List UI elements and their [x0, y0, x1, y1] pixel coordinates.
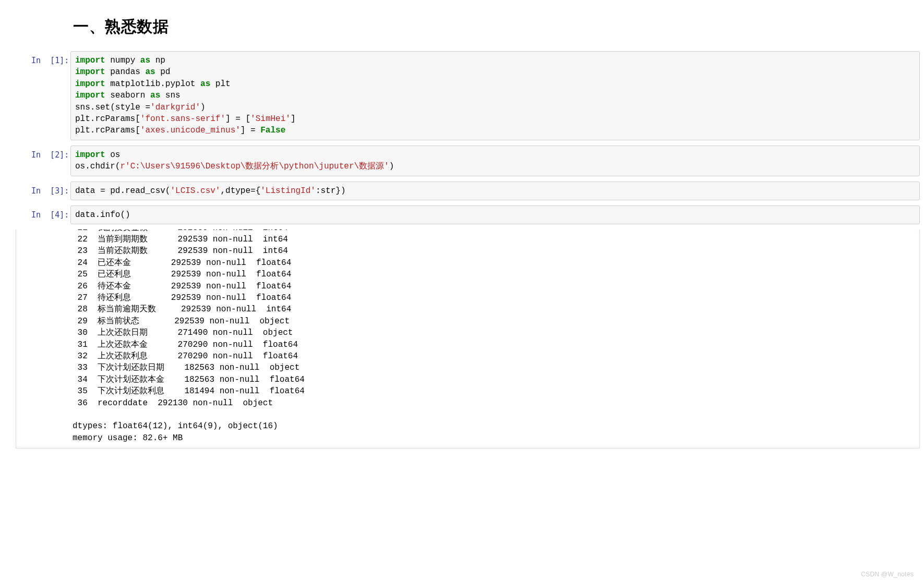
- code-token: r'C:\Users\91596\Desktop\数据分析\python\jup…: [120, 162, 389, 171]
- code-token: 'ListingId': [260, 186, 316, 196]
- code-token: numpy: [110, 56, 140, 65]
- code-token: 'LCIS.csv': [170, 186, 220, 196]
- cell-prompt: In [2]:: [31, 146, 70, 161]
- code-token: import: [75, 79, 110, 89]
- code-token: matplotlib.pyplot: [110, 79, 200, 89]
- code-token: seaborn: [110, 91, 150, 100]
- section-heading: 一、熟悉数据: [73, 16, 924, 38]
- cell-prompt: In [4]:: [31, 205, 70, 221]
- code-cell[interactable]: In [3]:data = pd.read_csv('LCIS.csv',dty…: [0, 181, 924, 200]
- output-info-footer: dtypes: float64(12), int64(9), object(16…: [73, 409, 919, 444]
- code-token: as: [150, 91, 165, 100]
- code-token: as: [200, 79, 215, 89]
- code-token: pd: [160, 67, 170, 77]
- markdown-heading-cell: 一、熟悉数据: [0, 5, 924, 48]
- code-token: ]: [291, 114, 296, 124]
- code-cell[interactable]: In [1]:import numpy as np import pandas …: [0, 51, 924, 140]
- code-token: 'SimHei': [250, 114, 291, 124]
- code-token: 'darkgrid': [150, 103, 200, 112]
- code-token: os.chdir(: [75, 162, 120, 171]
- code-token: sns: [165, 91, 181, 100]
- code-token: sns.set(style =: [75, 103, 150, 112]
- output-scroll-area[interactable]: 19 历史正常还款期数 292539 non-null int64 20 历史逾…: [16, 229, 920, 449]
- code-token: import: [75, 91, 110, 100]
- code-cell[interactable]: In [2]:import os os.chdir(r'C:\Users\915…: [0, 146, 924, 176]
- cell-prompt: In [3]:: [31, 181, 70, 197]
- code-token: ,dtype={: [220, 186, 260, 196]
- code-token: 'font.sans-serif': [140, 114, 225, 124]
- code-token: import: [75, 67, 110, 77]
- code-token: os: [110, 150, 120, 160]
- code-token: ): [200, 103, 206, 112]
- code-input[interactable]: data = pd.read_csv('LCIS.csv',dtype={'Li…: [70, 181, 920, 200]
- code-token: :str}): [316, 186, 346, 196]
- code-token: ] = [: [225, 114, 250, 124]
- code-cell[interactable]: In [4]:data.info(): [0, 205, 924, 224]
- code-token: 'axes.unicode_minus': [140, 126, 241, 135]
- code-input[interactable]: data.info(): [70, 205, 920, 224]
- code-token: plt: [215, 79, 231, 89]
- code-token: as: [145, 67, 160, 77]
- notebook-container: 一、熟悉数据 In [1]:import numpy as np import …: [0, 0, 924, 449]
- code-token: plt.rcParams[: [75, 126, 140, 135]
- code-token: np: [155, 56, 165, 65]
- code-token: plt.rcParams[: [75, 114, 140, 124]
- code-token: import: [75, 56, 110, 65]
- code-token: as: [140, 56, 155, 65]
- cell-prompt: In [1]:: [31, 51, 70, 66]
- code-token: data = pd.read_csv(: [75, 186, 170, 196]
- output-info-rows: 20 历史逾期还款期数 292539 non-null int64 21 我的投…: [73, 229, 919, 409]
- code-token: import: [75, 150, 110, 160]
- code-token: ): [389, 162, 394, 171]
- code-token: False: [260, 126, 285, 135]
- code-token: pandas: [110, 67, 145, 77]
- code-input[interactable]: import os os.chdir(r'C:\Users\91596\Desk…: [70, 146, 920, 176]
- output-text: 19 历史正常还款期数 292539 non-null int64 20 历史逾…: [16, 229, 919, 448]
- code-token: data.info(): [75, 210, 130, 220]
- code-token: ] =: [241, 126, 260, 135]
- code-input[interactable]: import numpy as np import pandas as pd i…: [70, 51, 920, 140]
